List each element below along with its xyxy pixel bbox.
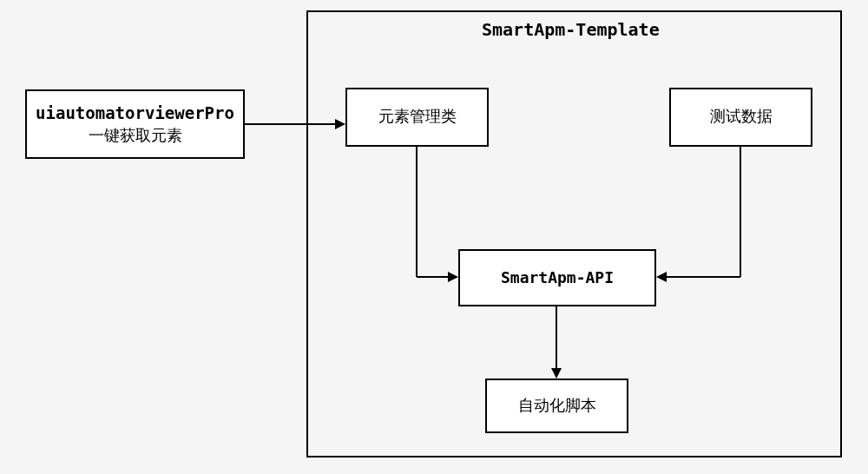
arrow-left-to-elementmgr xyxy=(245,118,345,135)
element-manager-label: 元素管理类 xyxy=(378,106,457,128)
arrow-elementmgr-to-api xyxy=(410,147,470,286)
uiautomator-subtitle: 一键获取元素 xyxy=(89,125,182,147)
api-box: SmartApm-API xyxy=(458,249,656,306)
uiautomator-box: uiautomatorviewerPro 一键获取元素 xyxy=(25,89,245,159)
test-data-box: 测试数据 xyxy=(669,88,812,147)
script-box: 自动化脚本 xyxy=(485,379,628,433)
element-manager-box: 元素管理类 xyxy=(345,88,489,147)
test-data-label: 测试数据 xyxy=(710,106,773,128)
container-title: SmartApm-Template xyxy=(482,19,660,40)
arrow-api-to-script xyxy=(550,306,568,379)
svg-marker-1 xyxy=(335,119,345,129)
uiautomator-title: uiautomatorviewerPro xyxy=(36,102,234,125)
svg-marker-7 xyxy=(656,272,667,282)
script-label: 自动化脚本 xyxy=(518,395,596,417)
api-label: SmartApm-API xyxy=(501,267,614,288)
arrow-testdata-to-api xyxy=(656,147,752,286)
svg-marker-4 xyxy=(448,272,458,282)
svg-marker-9 xyxy=(551,368,562,379)
